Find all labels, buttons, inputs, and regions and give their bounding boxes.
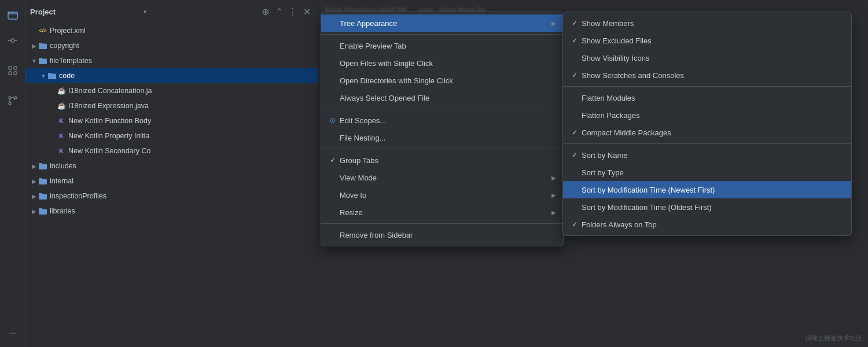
menu-item-enable-preview[interactable]: Enable Preview Tab [321, 37, 563, 54]
menu-separator-r1 [563, 86, 851, 87]
tree-label-inspectionprofiles: inspectionProfiles [50, 192, 106, 200]
menu-item-move-to[interactable]: Move to ▶ [321, 186, 563, 204]
menu-label-sort-mod-oldest: Sort by Modification Time (Oldest First) [582, 203, 844, 212]
menu-check-sort-name: ✓ [570, 151, 579, 159]
menu-label-compact-middle: Compact Middle Packages [582, 128, 844, 137]
kotlin-icon-prop: K [57, 131, 66, 141]
folder-icon-copyright [38, 41, 47, 50]
menu-item-edit-scopes[interactable]: ⊙ Edit Scopes... [321, 112, 563, 129]
tree-item-libraries[interactable]: ▶ libraries [25, 204, 318, 219]
menu-label-folders-top: Folders Always on Top [582, 220, 844, 229]
tree-item-inspectionprofiles[interactable]: ▶ inspectionProfiles [25, 189, 318, 204]
tree-item-project-xml[interactable]: </> Project.xml [25, 23, 318, 38]
svg-rect-4 [9, 67, 12, 69]
menu-item-always-select[interactable]: Always Select Opened File [321, 89, 563, 106]
menu-arrow-view-mode: ▶ [551, 175, 556, 181]
menu-item-show-members[interactable]: ✓ Show Members [563, 14, 851, 32]
collapse-all-btn[interactable]: ⌃ [272, 5, 286, 19]
menu-item-show-excluded[interactable]: ✓ Show Excluded Files [563, 32, 851, 49]
menu-item-open-dirs[interactable]: Open Directories with Single Click [321, 72, 563, 89]
menu-item-show-visibility[interactable]: Show Visibility Icons [563, 49, 851, 67]
tree-arrow-includes: ▶ [30, 163, 38, 169]
menu-item-sort-name[interactable]: ✓ Sort by Name [563, 146, 851, 164]
menu-label-sort-type: Sort by Type [582, 168, 844, 177]
menu-label-remove-sidebar: Remove from Sidebar [340, 231, 556, 239]
left-icon-rail: ··· [0, 0, 25, 347]
menu-label-always-select: Always Select Opened File [340, 94, 556, 102]
tree-label-code: code [59, 72, 75, 80]
close-sidebar-btn[interactable]: ✕ [300, 5, 314, 19]
menu-label-move-to: Move to [340, 191, 549, 200]
structure-icon[interactable] [3, 61, 22, 80]
menu-label-tree-appearance: Tree Appearance [340, 19, 549, 28]
tree-item-i18n-concat[interactable]: ☕ I18nized Concatenation.ja [25, 83, 318, 98]
menu-label-enable-preview: Enable Preview Tab [340, 42, 556, 50]
more-icon[interactable]: ··· [3, 323, 22, 341]
folder-icon-filetemplates [38, 56, 47, 65]
menu-separator-r2 [563, 143, 851, 144]
menu-label-resize: Resize [340, 208, 549, 217]
menu-item-flatten-modules[interactable]: Flatten Modules [563, 89, 851, 106]
menu-item-group-tabs[interactable]: ✓ Group Tabs [321, 152, 563, 169]
menu-item-compact-middle[interactable]: ✓ Compact Middle Packages [563, 124, 851, 141]
menu-separator-0 [321, 34, 563, 35]
commit-icon[interactable] [3, 31, 22, 50]
menu-item-show-scratches[interactable]: ✓ Show Scratches and Consoles [563, 67, 851, 84]
menu-label-show-excluded: Show Excluded Files [582, 36, 844, 45]
folder-icon[interactable] [3, 6, 22, 24]
tree-item-code[interactable]: ▼ code [25, 68, 318, 83]
svg-rect-6 [9, 72, 12, 75]
menu-item-flatten-packages[interactable]: Flatten Packages [563, 106, 851, 124]
file-tree: </> Project.xml ▶ copyright ▼ fileTempla… [25, 23, 318, 347]
xml-file-icon: </> [38, 26, 47, 35]
watermark: @稀土掘金技术社区 [805, 334, 862, 342]
tree-arrow-internal: ▶ [30, 178, 38, 184]
menu-item-view-mode[interactable]: View Mode ▶ [321, 169, 563, 186]
tree-item-internal[interactable]: ▶ internal [25, 174, 318, 189]
tree-item-kotlin-prop[interactable]: K New Kotlin Property Initia [25, 128, 318, 143]
menu-item-sort-mod-oldest[interactable]: Sort by Modification Time (Oldest First) [563, 198, 851, 216]
folder-icon-includes [38, 161, 47, 171]
tree-item-filetemplates[interactable]: ▼ fileTemplates [25, 53, 318, 68]
menu-label-group-tabs: Group Tabs [340, 156, 556, 165]
add-content-root-btn[interactable]: ⊕ [258, 5, 272, 19]
menu-item-folders-top[interactable]: ✓ Folders Always on Top [563, 216, 851, 233]
sidebar-header: Project ▾ ⊕ ⌃ ⋮ ✕ [25, 0, 318, 23]
menu-label-show-members: Show Members [582, 19, 844, 28]
menu-separator-1 [321, 109, 563, 109]
java-icon-expr: ☕ [57, 101, 66, 110]
menu-item-sort-type[interactable]: Sort by Type [563, 164, 851, 181]
menu-item-remove-sidebar[interactable]: Remove from Sidebar [321, 226, 563, 243]
tree-item-kotlin-sec[interactable]: K New Kotlin Secondary Co [25, 143, 318, 158]
tree-item-includes[interactable]: ▶ includes [25, 158, 318, 174]
menu-item-open-files[interactable]: Open Files with Single Click [321, 54, 563, 72]
tree-arrow-filetemplates: ▼ [30, 58, 38, 64]
menu-arrow-tree-appearance: ▶ [551, 20, 556, 27]
tree-item-i18n-expr[interactable]: ☕ I18nized Expression.java [25, 98, 318, 113]
menu-item-file-nesting[interactable]: File Nesting... [321, 129, 563, 146]
tree-label-kotlin-sec: New Kotlin Secondary Co [68, 147, 150, 155]
kotlin-icon-sec: K [57, 146, 66, 156]
menu-check-group-tabs: ✓ [328, 156, 337, 164]
tree-arrow-copyright: ▶ [30, 43, 38, 49]
folder-icon-inspectionprofiles [38, 191, 47, 201]
menu-label-flatten-packages: Flatten Packages [582, 111, 844, 120]
menu-check-show-excluded: ✓ [570, 36, 579, 45]
svg-rect-7 [14, 72, 17, 75]
context-menu-2: ✓ Show Members ✓ Show Excluded Files Sho… [562, 12, 852, 236]
menu-check-show-scratches: ✓ [570, 71, 579, 79]
menu-item-sort-mod-newest[interactable]: Sort by Modification Time (Newest First) [563, 181, 851, 198]
tree-label-filetemplates: fileTemplates [50, 57, 92, 65]
tree-label-i18n-expr: I18nized Expression.java [68, 102, 149, 110]
git-icon[interactable] [3, 91, 22, 110]
tree-label-i18n-concat: I18nized Concatenation.ja [68, 87, 152, 95]
menu-separator-2 [321, 149, 563, 149]
project-title-arrow[interactable]: ▾ [144, 8, 147, 16]
folder-icon-libraries [38, 206, 47, 216]
tree-item-copyright[interactable]: ▶ copyright [25, 38, 318, 53]
settings-btn[interactable]: ⋮ [286, 5, 300, 19]
menu-item-tree-appearance[interactable]: Tree Appearance ▶ [321, 14, 563, 32]
menu-item-resize[interactable]: Resize ▶ [321, 204, 563, 221]
tree-arrow-libraries: ▶ [30, 208, 38, 215]
tree-item-kotlin-func[interactable]: K New Kotlin Function Body [25, 113, 318, 128]
